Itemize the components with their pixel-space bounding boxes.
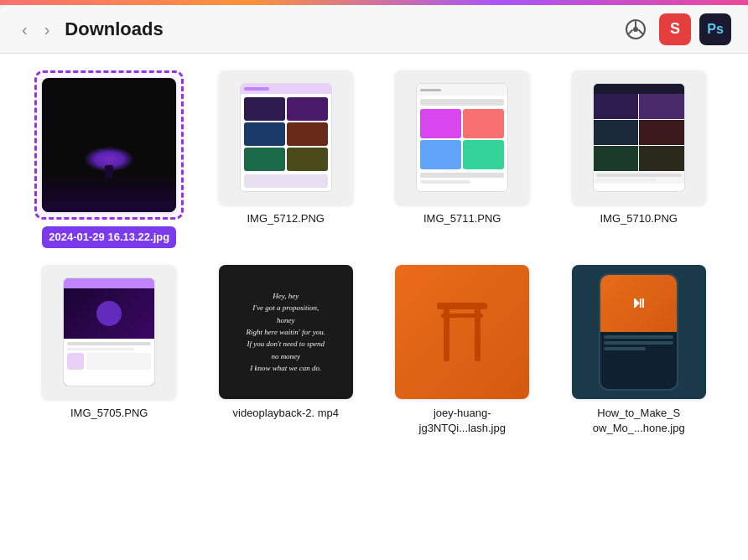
photoshop-button[interactable]: Ps xyxy=(699,13,731,45)
file-name: videoplayback-2. mp4 xyxy=(233,406,339,421)
music-grid xyxy=(241,94,331,191)
content-area: 2024-01-29 16.13.22.jpg xyxy=(0,54,748,560)
phone-thumb xyxy=(240,83,332,192)
howto-line-3 xyxy=(604,347,646,350)
list-item[interactable]: IMG_5712.PNG xyxy=(202,70,371,226)
phone-screen xyxy=(417,96,507,191)
torii-left-column xyxy=(444,307,449,361)
howto-screen-bottom xyxy=(600,332,677,389)
thumb-wrapper xyxy=(572,70,706,205)
toolbar-icons: S Ps xyxy=(621,13,731,45)
torii-right-column xyxy=(475,307,480,361)
file-thumbnail: Hey, hey I've got a proposition, honey R… xyxy=(219,265,353,399)
sogou-button[interactable]: S xyxy=(659,13,691,45)
lyric-line-1: Hey, hey xyxy=(247,290,325,302)
list-item[interactable]: 2024-01-29 16.13.22.jpg xyxy=(25,70,194,248)
lyric-line-4: Right here waitin' for you. xyxy=(247,326,325,338)
thumb-wrapper: ⏯ xyxy=(572,265,706,399)
file-name: joey-huang- jg3NTQi...lash.jpg xyxy=(395,406,529,436)
forward-button[interactable]: › xyxy=(39,18,55,41)
albums-layout xyxy=(417,96,507,187)
album-grid xyxy=(420,109,504,169)
thumb-wrapper-selected xyxy=(34,70,184,220)
howto-line-1 xyxy=(604,335,673,339)
airdrop-icon xyxy=(624,18,647,41)
thumb-wrapper xyxy=(395,70,529,205)
torii-gate xyxy=(437,298,487,366)
list-item[interactable]: joey-huang- jg3NTQi...lash.jpg xyxy=(378,265,547,436)
video-text: Hey, hey I've got a proposition, honey R… xyxy=(247,290,325,375)
file-thumbnail xyxy=(42,78,176,212)
phone-thumb xyxy=(416,83,508,192)
file-thumbnail xyxy=(572,70,706,205)
file-name: IMG_5710.PNG xyxy=(600,211,678,226)
file-grid: 2024-01-29 16.13.22.jpg xyxy=(25,70,723,437)
lyric-line-7: I know what we can do. xyxy=(247,362,325,374)
thumb-wrapper xyxy=(395,265,529,399)
howto-icon: ⏯ xyxy=(631,293,647,313)
nav-buttons: ‹ › xyxy=(17,18,55,41)
file-thumbnail: ⏯ xyxy=(572,265,706,399)
airdrop-button[interactable] xyxy=(621,14,651,44)
file-thumbnail xyxy=(395,265,529,399)
thumb-wrapper: Hey, hey I've got a proposition, honey R… xyxy=(219,265,353,399)
figure xyxy=(105,165,113,179)
toolbar: ‹ › Downloads S Ps xyxy=(0,5,748,54)
thumb-wrapper xyxy=(42,265,176,399)
phone-screen xyxy=(594,94,684,191)
back-button[interactable]: ‹ xyxy=(17,18,33,41)
file-name: IMG_5711.PNG xyxy=(423,211,501,226)
phone-thumb xyxy=(593,83,685,192)
phone-thumb xyxy=(63,277,155,386)
file-thumbnail xyxy=(219,70,353,205)
list-item[interactable]: IMG_5711.PNG xyxy=(378,70,547,226)
file-name: How_to_Make_S ow_Mo_...hone.jpg xyxy=(572,406,706,436)
phone-screen xyxy=(241,94,331,191)
lyric-line-2: I've got a proposition, xyxy=(247,302,325,314)
album-header xyxy=(420,99,504,106)
page-title: Downloads xyxy=(65,18,621,40)
lyric-line-5: If you don't need to spend xyxy=(247,338,325,350)
howto-line-2 xyxy=(604,341,673,345)
howto-phone: ⏯ xyxy=(599,273,678,391)
phone-screen xyxy=(64,288,154,386)
lyric-line-3: honey xyxy=(247,314,325,326)
list-item[interactable]: IMG_5710.PNG xyxy=(555,70,724,226)
thumb-wrapper xyxy=(219,70,353,205)
file-name: IMG_5712.PNG xyxy=(247,211,325,226)
list-item[interactable]: IMG_5705.PNG xyxy=(25,265,194,421)
howto-screen-top: ⏯ xyxy=(600,275,677,332)
file-thumbnail xyxy=(395,70,529,205)
lyric-line-6: no money xyxy=(247,350,325,362)
list-item[interactable]: Hey, hey I've got a proposition, honey R… xyxy=(202,265,371,421)
file-thumbnail xyxy=(42,265,176,399)
file-name: 2024-01-29 16.13.22.jpg xyxy=(42,226,176,248)
dark-grid xyxy=(594,94,684,171)
list-item[interactable]: ⏯ How_to_Make_S ow_Mo_...hone.jpg xyxy=(555,265,724,436)
window: ‹ › Downloads S Ps xyxy=(0,5,748,560)
file-name: IMG_5705.PNG xyxy=(70,406,148,421)
